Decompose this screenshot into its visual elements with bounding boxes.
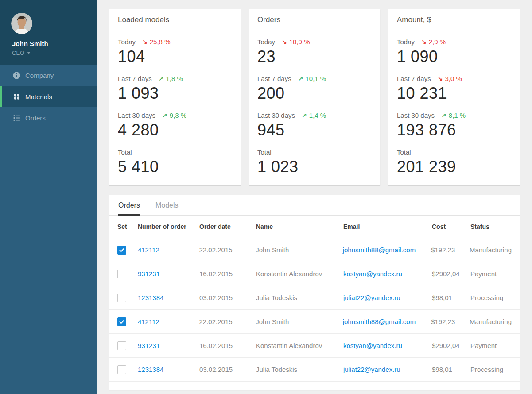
table-row: 931231 16.02.2015 Konstantin Alexandrov … bbox=[109, 262, 520, 286]
stat-value: 5 410 bbox=[118, 157, 232, 176]
column-header: Cost bbox=[432, 223, 470, 230]
tab-orders[interactable]: Orders bbox=[118, 195, 140, 216]
order-checkbox[interactable] bbox=[117, 317, 126, 326]
order-number-link[interactable]: 931231 bbox=[138, 342, 160, 349]
customer-email-link[interactable]: johnsmith88@gmail.com bbox=[343, 246, 416, 254]
stat-label: Last 30 days bbox=[118, 111, 155, 120]
customer-email-link[interactable]: johnsmith88@gmail.com bbox=[343, 318, 416, 325]
sidebar-nav: Company Materials Orders bbox=[0, 65, 97, 128]
order-number-link[interactable]: 1231384 bbox=[138, 366, 163, 373]
stat-value: 104 bbox=[118, 47, 232, 66]
trend-arrow-icon: ↗ bbox=[162, 111, 167, 120]
order-cost: $2902,04 bbox=[432, 270, 470, 278]
customer-name: John Smith bbox=[256, 318, 342, 325]
order-checkbox[interactable] bbox=[117, 246, 126, 255]
user-role-dropdown[interactable]: CEO bbox=[12, 50, 31, 56]
order-checkbox[interactable] bbox=[117, 341, 126, 350]
stat-group: Today ↘ 25,8 % 104 bbox=[118, 38, 232, 66]
stat-value: 1 023 bbox=[257, 157, 372, 176]
column-header: Number of order bbox=[138, 223, 199, 230]
order-number-link[interactable]: 412112 bbox=[138, 246, 159, 254]
order-status: Manufacturing bbox=[470, 246, 512, 254]
order-cost: $192,23 bbox=[431, 318, 470, 325]
table-row: 1231384 03.02.2015 Julia Todeskis juliat… bbox=[109, 358, 520, 382]
stat-change-value: 2,9 % bbox=[429, 38, 446, 46]
stat-change: ↗ 1,4 % bbox=[302, 111, 326, 120]
table-header: SetNumber of orderOrder dateNameEmailCos… bbox=[109, 216, 520, 238]
tab-models[interactable]: Models bbox=[155, 195, 179, 216]
order-number-link[interactable]: 1231384 bbox=[138, 294, 163, 301]
trend-arrow-icon: ↗ bbox=[298, 74, 303, 83]
main-content: Loaded models Today ↘ 25,8 % 104 Last 7 … bbox=[97, 0, 532, 394]
stat-change: ↘ 2,9 % bbox=[421, 38, 446, 46]
order-status: Payment bbox=[470, 270, 512, 278]
stat-label: Total bbox=[257, 148, 272, 157]
stat-group: Last 7 days ↗ 10,1 % 200 bbox=[257, 74, 372, 103]
trend-arrow-icon: ↘ bbox=[282, 38, 287, 46]
customer-email-link[interactable]: kostyan@yandex.ru bbox=[343, 270, 402, 278]
info-icon bbox=[13, 72, 20, 79]
customer-name: Konstantin Alexandrov bbox=[256, 270, 343, 278]
table-row: 412112 22.02.2015 John Smith johnsmith88… bbox=[109, 238, 520, 262]
stat-change-value: 10,1 % bbox=[305, 74, 326, 83]
stat-label: Last 7 days bbox=[397, 74, 431, 83]
order-cost: $192,23 bbox=[431, 246, 470, 254]
order-date: 16.02.2015 bbox=[199, 342, 256, 349]
stat-card: Amount, $ Today ↘ 2,9 % 1 090 Last 7 day… bbox=[388, 9, 520, 185]
sidebar-item-materials[interactable]: Materials bbox=[0, 86, 97, 107]
stat-label: Last 7 days bbox=[118, 74, 152, 83]
order-checkbox[interactable] bbox=[117, 294, 126, 302]
order-cost: $2902,04 bbox=[432, 342, 470, 349]
order-date: 03.02.2015 bbox=[199, 294, 256, 301]
order-checkbox[interactable] bbox=[117, 365, 126, 374]
stat-label: Last 7 days bbox=[257, 74, 291, 83]
stat-value: 4 280 bbox=[118, 120, 232, 139]
sidebar-item-orders[interactable]: Orders bbox=[0, 107, 97, 128]
stats-row: Loaded models Today ↘ 25,8 % 104 Last 7 … bbox=[109, 9, 520, 185]
stat-group: Total 201 239 bbox=[397, 148, 511, 176]
stat-card: Loaded models Today ↘ 25,8 % 104 Last 7 … bbox=[109, 9, 241, 185]
trend-arrow-icon: ↘ bbox=[142, 38, 148, 46]
sidebar-item-label: Orders bbox=[25, 114, 46, 122]
stat-change-value: 1,8 % bbox=[166, 74, 183, 83]
user-role: CEO bbox=[12, 50, 24, 56]
customer-name: Julia Todeskis bbox=[256, 366, 343, 373]
customer-email-link[interactable]: kostyan@yandex.ru bbox=[343, 342, 402, 349]
table-row: 1231384 03.02.2015 Julia Todeskis juliat… bbox=[109, 286, 520, 310]
stat-label: Last 30 days bbox=[397, 111, 435, 120]
user-name: John Smith bbox=[12, 40, 97, 47]
order-cost: $98,01 bbox=[432, 366, 470, 373]
stat-value: 200 bbox=[257, 84, 372, 103]
stat-change-value: 8,1 % bbox=[449, 111, 466, 120]
stat-label: Today bbox=[257, 38, 275, 46]
avatar-photo bbox=[11, 13, 32, 34]
order-checkbox[interactable] bbox=[117, 270, 126, 278]
stat-value: 23 bbox=[257, 47, 372, 66]
trend-arrow-icon: ↗ bbox=[441, 111, 447, 120]
trend-arrow-icon: ↘ bbox=[438, 74, 443, 83]
list-icon bbox=[13, 114, 20, 122]
order-status: Processing bbox=[470, 294, 512, 301]
chevron-down-icon bbox=[27, 52, 31, 54]
stat-change: ↘ 3,0 % bbox=[438, 74, 462, 83]
customer-email-link[interactable]: juliat22@yandex.ru bbox=[343, 366, 400, 373]
stat-change-value: 9,3 % bbox=[170, 111, 186, 120]
stat-change: ↗ 1,8 % bbox=[159, 74, 183, 83]
stat-group: Last 30 days ↗ 9,3 % 4 280 bbox=[118, 111, 232, 139]
order-number-link[interactable]: 931231 bbox=[138, 270, 160, 278]
order-status: Manufacturing bbox=[470, 318, 512, 325]
card-title: Amount, $ bbox=[388, 9, 520, 31]
card-title: Loaded models bbox=[109, 9, 241, 31]
order-date: 22.02.2015 bbox=[199, 318, 256, 325]
stat-value: 193 876 bbox=[397, 120, 511, 139]
panel-tabs: OrdersModels bbox=[109, 195, 520, 216]
stat-card: Orders Today ↘ 10,9 % 23 Last 7 days ↗ 1… bbox=[249, 9, 380, 185]
customer-email-link[interactable]: juliat22@yandex.ru bbox=[343, 294, 400, 301]
column-header: Set bbox=[117, 223, 138, 230]
avatar bbox=[11, 13, 32, 34]
stat-change: ↗ 8,1 % bbox=[441, 111, 466, 120]
sidebar-item-company[interactable]: Company bbox=[0, 65, 97, 86]
order-number-link[interactable]: 412112 bbox=[138, 318, 159, 325]
orders-panel: OrdersModels SetNumber of orderOrder dat… bbox=[109, 195, 520, 390]
stat-group: Total 1 023 bbox=[257, 148, 372, 176]
